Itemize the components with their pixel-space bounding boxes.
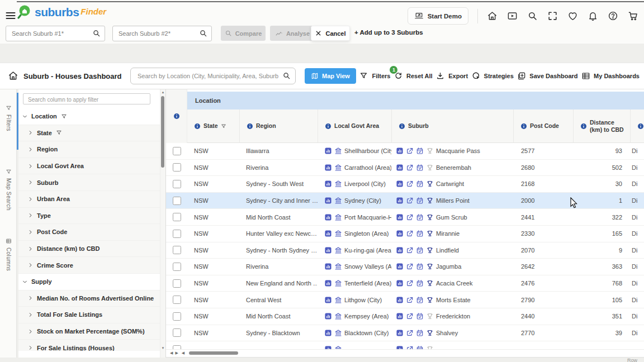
column-header-dist[interactable]: Distance (km) to CBD [573, 109, 630, 142]
table-row[interactable]: NSWMid North CoastKempsey (Area)Frederic… [166, 308, 644, 325]
filter-item-location[interactable]: Location [18, 108, 160, 125]
info-icon[interactable] [194, 123, 201, 130]
tab-map-search[interactable]: Map Search [0, 169, 17, 211]
bar-chart-icon[interactable] [324, 279, 332, 287]
info-icon[interactable] [399, 123, 405, 130]
external-link-icon[interactable] [406, 329, 414, 337]
info-icon[interactable] [580, 123, 587, 130]
filter-item-supply[interactable]: Supply [18, 274, 160, 290]
filter-item-type[interactable]: Type [18, 208, 160, 225]
bell-icon[interactable] [588, 11, 598, 21]
lga-name[interactable]: Ku-ring-gai (Area) [344, 247, 391, 254]
calendar-check-icon[interactable] [416, 279, 424, 287]
bar-chart-icon[interactable] [396, 279, 404, 287]
funnel-icon[interactable] [221, 123, 226, 129]
trophy-icon[interactable] [426, 197, 434, 204]
info-icon[interactable] [520, 123, 527, 130]
trophy-icon[interactable] [426, 296, 434, 304]
home-icon[interactable] [487, 11, 498, 21]
bar-chart-icon[interactable] [324, 164, 332, 172]
lga-name[interactable]: Port Macquarie-Hastin… [344, 214, 391, 221]
calendar-check-icon[interactable] [416, 213, 424, 221]
search-suburb-2-input[interactable] [113, 26, 211, 41]
tab-filters[interactable]: Filters [0, 105, 17, 131]
calendar-check-icon[interactable] [416, 296, 424, 304]
lga-name[interactable]: Lithgow (City) [344, 297, 382, 303]
trophy-icon[interactable] [426, 329, 434, 337]
lga-name[interactable]: Singleton (Area) [344, 230, 389, 237]
search-suburb-1-input[interactable] [6, 26, 105, 41]
lga-name[interactable]: Carrathool (Area) [344, 164, 391, 171]
hamburger-menu-icon[interactable] [4, 10, 17, 21]
my-dashboards-button[interactable]: My Dashboards [581, 72, 640, 80]
external-link-icon[interactable] [406, 230, 414, 237]
scroll-left-arrow[interactable]: ◀ [170, 351, 173, 355]
govt-building-icon[interactable] [334, 230, 342, 237]
row-checkbox[interactable] [173, 230, 181, 238]
lga-name[interactable]: Kempsey (Area) [344, 313, 389, 320]
row-checkbox[interactable] [173, 345, 181, 349]
row-checkbox[interactable] [173, 163, 181, 172]
calendar-check-icon[interactable] [416, 329, 424, 337]
bar-chart-icon[interactable] [324, 329, 332, 337]
bar-chart-icon[interactable] [396, 147, 404, 155]
external-link-icon[interactable] [406, 263, 414, 270]
tab-columns[interactable]: Columns [0, 238, 17, 271]
calendar-check-icon[interactable] [416, 312, 424, 320]
bar-chart-icon[interactable] [396, 230, 404, 237]
table-row[interactable]: NSWCentral WestLithgow (City)Morts Estat… [166, 292, 644, 308]
row-checkbox[interactable] [173, 180, 181, 188]
scroll-down-arrow[interactable]: ▼ [160, 346, 165, 350]
row-checkbox[interactable] [173, 246, 181, 254]
row-checkbox[interactable] [173, 328, 181, 337]
table-row[interactable]: NSWRiverinaCarrathool (Area)Benerembah26… [166, 160, 644, 177]
calendar-check-icon[interactable] [416, 164, 424, 172]
trophy-icon[interactable] [426, 246, 434, 254]
bar-chart-icon[interactable] [396, 197, 404, 204]
lga-name[interactable]: Liverpool (City) [344, 180, 386, 187]
map-view-button[interactable]: Map View [305, 68, 356, 84]
bar-chart-icon[interactable] [396, 296, 404, 304]
suburb-name[interactable]: Morts Estate [436, 297, 471, 303]
bar-chart-icon[interactable] [324, 246, 332, 254]
h-scrollbar-thumb[interactable] [189, 351, 238, 355]
funnel-icon[interactable] [56, 130, 62, 136]
heart-icon[interactable] [567, 11, 578, 21]
suburb-name[interactable]: Benerembah [436, 164, 471, 171]
bar-chart-icon[interactable] [324, 147, 332, 155]
analyse-button[interactable]: Analyse [270, 26, 315, 41]
column-header-region[interactable]: Region [239, 109, 318, 142]
row-checkbox[interactable] [173, 296, 181, 304]
bar-chart-icon[interactable] [396, 180, 404, 188]
filter-item-for-sale-listings-houses-[interactable]: For Sale Listings (Houses) [18, 340, 160, 351]
compare-button[interactable]: Compare [221, 26, 266, 41]
table-horizontal-scrollbar[interactable]: ◀ ▶ ◀ [166, 349, 644, 356]
filter-column-search-input[interactable] [23, 95, 150, 105]
scrollbar-thumb[interactable] [161, 96, 164, 168]
suburb-name[interactable]: Macquarie Pass [436, 147, 480, 154]
trophy-icon[interactable] [426, 147, 434, 155]
suburb-name[interactable]: Cartwright [436, 180, 464, 187]
external-link-icon[interactable] [406, 213, 414, 221]
row-checkbox[interactable] [173, 279, 181, 288]
govt-building-icon[interactable] [334, 147, 342, 155]
external-link-icon[interactable] [406, 279, 414, 287]
suburb-name[interactable]: Mirannie [436, 230, 460, 237]
save-dashboard-button[interactable]: Save Dashboard [517, 72, 577, 80]
trophy-icon[interactable] [426, 180, 434, 188]
govt-building-icon[interactable] [334, 296, 342, 304]
filter-item-region[interactable]: Region [18, 141, 160, 158]
row-checkbox[interactable] [173, 312, 181, 321]
bar-chart-icon[interactable] [324, 296, 332, 304]
table-row[interactable]: NSWSydney - North Sydney …Ku-ring-gai (A… [166, 242, 644, 259]
trophy-icon[interactable] [426, 164, 434, 172]
external-link-icon[interactable] [406, 345, 414, 349]
table-row[interactable]: NSWNew England and North …Tenterfield (A… [166, 275, 644, 292]
column-header-lga[interactable]: Local Govt Area [318, 109, 391, 142]
help-icon[interactable] [608, 11, 618, 21]
bar-chart-icon[interactable] [396, 213, 404, 221]
bar-chart-icon[interactable] [396, 263, 404, 270]
trophy-icon[interactable] [426, 213, 434, 221]
location-search-input[interactable] [131, 68, 295, 84]
column-header-post[interactable]: Post Code [513, 109, 573, 142]
